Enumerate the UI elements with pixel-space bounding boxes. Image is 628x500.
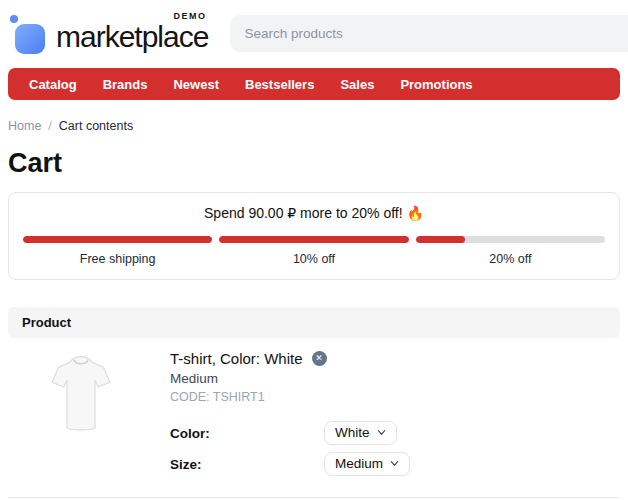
milestone-10-off: 10% off <box>219 236 408 266</box>
color-option-label: Color: <box>170 426 324 441</box>
logo-icon <box>8 12 48 54</box>
discount-progress-banner: Spend 90.00 ₽ more to 20% off! 🔥 Free sh… <box>8 192 620 280</box>
progress-fill <box>416 236 465 243</box>
product-options: Color: White Size: Medium <box>170 421 620 476</box>
remove-item-icon[interactable]: ✕ <box>312 351 327 366</box>
nav-item-catalog[interactable]: Catalog <box>16 77 90 92</box>
breadcrumb-separator: / <box>48 119 51 133</box>
milestone-label: 10% off <box>219 252 408 266</box>
page-title: Cart <box>8 148 620 179</box>
search-input[interactable] <box>230 15 628 52</box>
discount-headline: Spend 90.00 ₽ more to 20% off! 🔥 <box>23 205 605 221</box>
product-title[interactable]: T-shirt, Color: White <box>170 350 303 367</box>
logo-dot-icon <box>10 15 18 23</box>
cart-table-header: Product <box>8 307 620 338</box>
nav-item-newest[interactable]: Newest <box>160 77 232 92</box>
nav-item-bestsellers[interactable]: Bestsellers <box>232 77 327 92</box>
color-select[interactable]: White <box>324 421 397 445</box>
option-row-color: Color: White <box>170 421 620 445</box>
nav-item-brands[interactable]: Brands <box>90 77 161 92</box>
breadcrumb: Home / Cart contents <box>8 119 620 133</box>
milestone-label: 20% off <box>416 252 605 266</box>
product-details: T-shirt, Color: White ✕ Medium CODE: TSH… <box>170 350 620 483</box>
product-title-row: T-shirt, Color: White ✕ <box>170 350 620 367</box>
product-image-tshirt[interactable] <box>42 350 120 438</box>
header: marketplace DEMO <box>0 0 628 64</box>
milestone-free-shipping: Free shipping <box>23 236 212 266</box>
milestone-20-off: 20% off <box>416 236 605 266</box>
brand-name: marketplace <box>56 20 208 53</box>
progress-fill <box>23 236 212 243</box>
size-select[interactable]: Medium <box>324 452 410 476</box>
cart-item-row: T-shirt, Color: White ✕ Medium CODE: TSH… <box>8 350 620 483</box>
size-option-label: Size: <box>170 457 324 472</box>
demo-badge: DEMO <box>173 11 206 21</box>
brand-logo[interactable]: marketplace DEMO <box>8 12 208 54</box>
progress-track <box>219 236 408 243</box>
size-select-value: Medium <box>335 456 383 471</box>
progress-track <box>23 236 212 243</box>
progress-fill <box>219 236 408 243</box>
logo-square-icon <box>15 24 45 54</box>
milestone-label: Free shipping <box>23 252 212 266</box>
main-nav: Catalog Brands Newest Bestsellers Sales … <box>8 68 620 100</box>
chevron-down-icon <box>390 459 399 468</box>
product-code: CODE: TSHIRT1 <box>170 390 620 404</box>
product-variant: Medium <box>170 371 620 386</box>
breadcrumb-home-link[interactable]: Home <box>8 119 41 133</box>
breadcrumb-current: Cart contents <box>59 119 133 133</box>
color-select-value: White <box>335 425 370 440</box>
section-divider <box>8 497 620 498</box>
progress-track <box>416 236 605 243</box>
brand-name-wrap: marketplace DEMO <box>56 12 208 54</box>
nav-item-sales[interactable]: Sales <box>327 77 387 92</box>
chevron-down-icon <box>377 428 386 437</box>
discount-milestones: Free shipping 10% off 20% off <box>23 236 605 266</box>
option-row-size: Size: Medium <box>170 452 620 476</box>
nav-item-promotions[interactable]: Promotions <box>387 77 485 92</box>
